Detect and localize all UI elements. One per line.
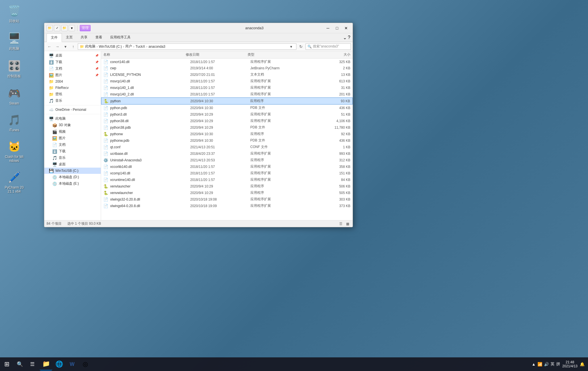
tab-main[interactable]: 主页 <box>62 33 77 42</box>
file-row[interactable]: 📄 pythonw.pdb 2020/9/4 10:30 PDB 文件 436 … <box>101 137 353 144</box>
sidebar-item-pictures[interactable]: 🖼️ 图片 <box>44 72 101 78</box>
minimize-button[interactable]: ─ <box>324 25 332 31</box>
folder-icon-btn[interactable]: 📁 <box>47 25 53 31</box>
file-row[interactable]: 🐍 pythonw 2020/9/4 10:30 应用程序 92 KB <box>101 131 353 137</box>
file-row[interactable]: 📄 cwp 2019/3/14 4:00 JetBrains PyCharm 2… <box>101 65 353 71</box>
taskbar-edge[interactable]: 🌐 <box>53 358 65 370</box>
sidebar-item-video[interactable]: 🎬 视频 <box>44 128 101 135</box>
taskbar-file-explorer[interactable]: 📁 <box>40 358 52 370</box>
file-row[interactable]: 📄 msvcp140_1.dll 2018/11/20 1:57 应用程序扩展 … <box>101 84 353 91</box>
address-path[interactable]: 📁 此电脑 › WinToUSB (C:) › 用户 › TuckX › ana… <box>78 43 296 50</box>
sidebar-item-documents2[interactable]: 📄 文档 <box>44 141 101 148</box>
sidebar-item-wallpaper[interactable]: 📁 壁纸 <box>44 91 101 97</box>
steam-icon[interactable]: 🎮 Steam <box>3 86 26 107</box>
sidebar-item-desktop[interactable]: 🖥️ 桌面 <box>44 52 101 59</box>
file-row[interactable]: 🐍 venvlauncher 2020/9/4 10:29 应用程序 506 K… <box>101 183 353 189</box>
back-button[interactable]: ← <box>46 43 53 50</box>
file-type: 应用程序扩展 <box>250 171 311 176</box>
recycle-bin-icon[interactable]: 🗑️ 回收站 <box>3 3 26 25</box>
recent-locations-button[interactable]: ▾ <box>62 43 69 50</box>
taskbar-word[interactable]: W <box>66 358 78 370</box>
file-row[interactable]: 📄 python3.dll 2020/9/4 10:29 应用程序扩展 51 K… <box>101 111 353 118</box>
file-row[interactable]: 📄 xlwings64-0.20.8.dll 2020/10/18 19:09 … <box>101 203 353 209</box>
notification-icon[interactable]: 🔔 <box>580 362 585 366</box>
maximize-button[interactable]: □ <box>333 25 341 31</box>
col-name-header[interactable]: 名称 <box>103 52 186 57</box>
tab-file[interactable]: 文件 <box>47 33 62 42</box>
file-row[interactable]: 📄 python38.pdb 2020/9/4 10:29 PDB 文件 11,… <box>101 124 353 131</box>
file-row[interactable]: 📄 ucrtbase.dll 2018/4/20 23:37 应用程序扩展 99… <box>101 150 353 157</box>
address-dropdown-btn[interactable]: ▾ <box>288 43 294 50</box>
start-button[interactable]: ⊞ <box>0 357 14 371</box>
expand-ribbon-icon[interactable]: ⌄ <box>343 35 347 40</box>
pycharm-icon[interactable]: 🖊️ PyCharm 2021.1 x64 <box>3 170 26 195</box>
list-view-button[interactable]: ☰ <box>338 221 344 227</box>
check-icon-btn[interactable]: ✓ <box>54 25 60 31</box>
col-date-header[interactable]: 修改日期 <box>186 52 248 57</box>
col-size-header[interactable]: 大小 <box>309 52 350 57</box>
sidebar-item-music2[interactable]: 🎵 音乐 <box>44 155 101 161</box>
close-button[interactable]: ✕ <box>342 25 350 31</box>
sidebar-item-downloads2[interactable]: ⬇️ 下载 <box>44 148 101 155</box>
file-row[interactable]: 🐍 venvwlauncher 2020/9/4 10:29 应用程序 505 … <box>101 189 353 196</box>
taskbar-time[interactable]: 21:48 2021/4/13 <box>562 360 577 368</box>
search-box[interactable]: 🔍 搜索"anaconda3" <box>305 43 351 50</box>
file-row[interactable]: 📄 LICENSE_PYTHON 2020/7/20 21:01 文本文档 13… <box>101 71 353 78</box>
ime-pinyin-label[interactable]: 拼 <box>556 362 560 367</box>
taskbar-search-button[interactable]: 🔍 <box>14 358 26 370</box>
manage-tab[interactable]: 管理 <box>80 25 91 31</box>
folder2-icon-btn[interactable]: 📁 <box>61 25 68 31</box>
file-row[interactable]: 📄 vccorlib140.dll 2018/11/20 1:57 应用程序扩展… <box>101 163 353 170</box>
help-icon[interactable]: ? <box>348 35 350 40</box>
file-row[interactable]: 📄 msvcp140_2.dll 2018/11/20 1:57 应用程序扩展 … <box>101 91 353 97</box>
dropdown-icon-btn[interactable]: ▼ <box>69 25 75 31</box>
tab-share[interactable]: 共享 <box>77 33 91 42</box>
file-row[interactable]: ⚙️ Uninstall-Anaconda3 2021/4/13 20:53 应… <box>101 157 353 163</box>
sidebar-item-pictures2[interactable]: 🖼️ 图片 <box>44 135 101 141</box>
sidebar-item-music[interactable]: 🎵 音乐 <box>44 97 101 104</box>
taskbar-widget[interactable]: ◎ <box>79 358 91 370</box>
file-row[interactable]: 📄 vcruntime140.dll 2018/11/20 1:57 应用程序扩… <box>101 176 353 183</box>
sidebar-item-desktop2[interactable]: 🖥️ 桌面 <box>44 161 101 168</box>
sidebar-item-onedrive[interactable]: ☁️ OneDrive - Personal <box>44 107 101 113</box>
file-row[interactable]: 📄 qt.conf 2021/4/13 20:51 CONF 文件 1 KB <box>101 144 353 150</box>
sidebar-item-2004[interactable]: 📁 2004 <box>44 78 101 85</box>
up-button[interactable]: ↑ <box>70 43 77 50</box>
sidebar-item-3d[interactable]: 📦 3D 对象 <box>44 122 101 128</box>
sidebar-item-filerecv[interactable]: 📁 FileRecv <box>44 85 101 91</box>
file-row[interactable]: 📄 vcomp140.dll 2018/11/20 1:57 应用程序扩展 15… <box>101 170 353 176</box>
itunes-icon[interactable]: 🎵 iTunes <box>3 112 26 133</box>
file-row[interactable]: 📄 python.pdb 2020/9/4 10:30 PDB 文件 436 K… <box>101 105 353 111</box>
file-row[interactable]: 📄 concrt140.dll 2018/11/20 1:57 应用程序扩展 3… <box>101 59 353 65</box>
file-row[interactable]: 🐍 python 2020/9/4 10:30 应用程序 93 KB <box>101 97 353 105</box>
sidebar-item-drivee[interactable]: 💿 本地磁盘 (E:) <box>44 180 101 187</box>
volume-icon[interactable]: 🔊 <box>544 362 549 366</box>
system-tray: ▲ 📶 🔊 英 拼 <box>532 362 560 367</box>
sidebar-item-downloads[interactable]: ⬇️ 下载 <box>44 59 101 65</box>
tab-view[interactable]: 查看 <box>91 33 106 42</box>
task-view-button[interactable]: ☰ <box>26 358 39 370</box>
control-panel-icon[interactable]: 🎛️ 控制面板 <box>3 58 26 80</box>
path-drive[interactable]: WinToUSB (C:) <box>99 45 122 49</box>
clash-icon[interactable]: 🐱 Clash for Windows <box>3 139 26 164</box>
sidebar-item-drived[interactable]: 💿 本地磁盘 (D:) <box>44 174 101 180</box>
network-icon[interactable]: 📶 <box>537 362 542 366</box>
refresh-button[interactable]: ↻ <box>298 43 304 50</box>
path-users[interactable]: 用户 <box>125 44 132 49</box>
tab-tools[interactable]: 应用程序工具 <box>106 33 135 42</box>
sidebar-item-documents[interactable]: 📄 文档 <box>44 65 101 72</box>
ime-english-label[interactable]: 英 <box>551 362 554 367</box>
sidebar-item-wintousb[interactable]: 💾 WinToUSB (C:) <box>44 168 101 174</box>
detail-view-button[interactable]: ▦ <box>345 221 350 227</box>
path-folder[interactable]: anaconda3 <box>148 45 165 49</box>
tray-expand-icon[interactable]: ▲ <box>532 362 536 366</box>
path-computer[interactable]: 此电脑 <box>85 44 95 49</box>
file-row[interactable]: 📄 python38.dll 2020/9/4 10:29 应用程序扩展 4,1… <box>101 118 353 124</box>
col-type-header[interactable]: 类型 <box>248 52 309 57</box>
forward-button[interactable]: → <box>54 43 61 50</box>
computer-icon[interactable]: 🖥️ 此电脑 <box>3 30 26 52</box>
file-row[interactable]: 📄 msvcp140.dll 2018/11/20 1:57 应用程序扩展 61… <box>101 78 353 84</box>
path-username[interactable]: TuckX <box>135 45 145 49</box>
file-row[interactable]: 📄 xlwings32-0.20.8.dll 2020/10/18 19:08 … <box>101 196 353 203</box>
sidebar-item-thispc[interactable]: 🖥️ 此电脑 <box>44 115 101 122</box>
